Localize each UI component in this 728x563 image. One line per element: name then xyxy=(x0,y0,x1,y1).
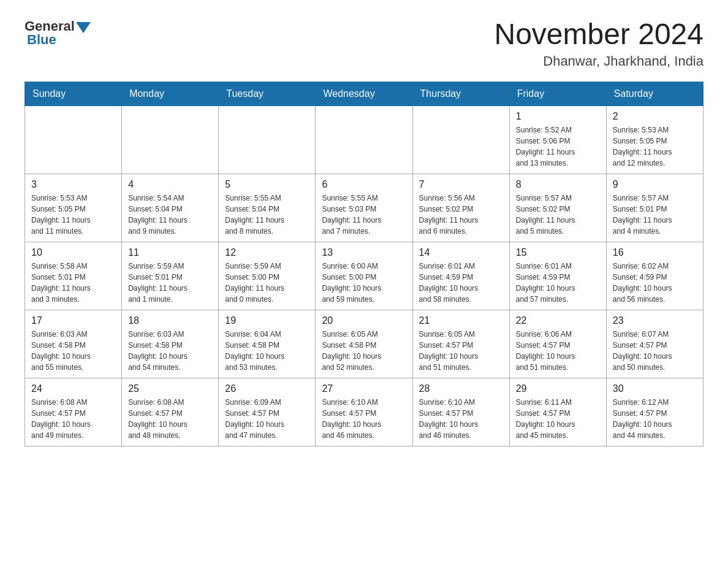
calendar-week-row: 1Sunrise: 5:52 AM Sunset: 5:06 PM Daylig… xyxy=(25,105,703,174)
calendar-week-row: 17Sunrise: 6:03 AM Sunset: 4:58 PM Dayli… xyxy=(25,310,703,378)
day-number: 8 xyxy=(516,179,600,190)
day-info: Sunrise: 6:03 AM Sunset: 4:58 PM Dayligh… xyxy=(128,329,212,373)
location-subtitle: Dhanwar, Jharkhand, India xyxy=(494,53,703,69)
day-info: Sunrise: 6:02 AM Sunset: 4:59 PM Dayligh… xyxy=(613,261,697,305)
page-header: General Blue November 2024 Dhanwar, Jhar… xyxy=(25,18,703,69)
calendar-cell: 13Sunrise: 6:00 AM Sunset: 5:00 PM Dayli… xyxy=(316,242,412,310)
logo-arrow-icon xyxy=(76,22,91,33)
day-header-thursday: Thursday xyxy=(412,82,509,105)
day-info: Sunrise: 5:57 AM Sunset: 5:02 PM Dayligh… xyxy=(516,193,600,237)
calendar-cell: 27Sunrise: 6:10 AM Sunset: 4:57 PM Dayli… xyxy=(316,378,412,446)
day-info: Sunrise: 5:53 AM Sunset: 5:05 PM Dayligh… xyxy=(31,193,115,237)
calendar-cell xyxy=(412,105,509,174)
day-info: Sunrise: 5:55 AM Sunset: 5:03 PM Dayligh… xyxy=(322,193,406,237)
logo: General Blue xyxy=(25,18,92,48)
day-info: Sunrise: 5:59 AM Sunset: 5:01 PM Dayligh… xyxy=(128,261,212,305)
day-number: 28 xyxy=(419,383,503,394)
day-info: Sunrise: 6:06 AM Sunset: 4:57 PM Dayligh… xyxy=(516,329,600,373)
day-info: Sunrise: 6:07 AM Sunset: 4:57 PM Dayligh… xyxy=(613,329,697,373)
calendar-cell: 5Sunrise: 5:55 AM Sunset: 5:04 PM Daylig… xyxy=(219,174,316,242)
day-number: 15 xyxy=(516,247,600,258)
day-number: 20 xyxy=(322,315,406,326)
day-info: Sunrise: 6:08 AM Sunset: 4:57 PM Dayligh… xyxy=(128,397,212,441)
day-number: 13 xyxy=(322,247,406,258)
calendar-cell: 21Sunrise: 6:05 AM Sunset: 4:57 PM Dayli… xyxy=(412,310,509,378)
day-number: 12 xyxy=(225,247,309,258)
calendar-cell: 16Sunrise: 6:02 AM Sunset: 4:59 PM Dayli… xyxy=(606,242,703,310)
day-number: 11 xyxy=(128,247,212,258)
day-header-saturday: Saturday xyxy=(606,82,703,105)
day-header-friday: Friday xyxy=(509,82,606,105)
day-info: Sunrise: 6:03 AM Sunset: 4:58 PM Dayligh… xyxy=(31,329,115,373)
day-number: 2 xyxy=(613,111,697,122)
calendar-cell: 3Sunrise: 5:53 AM Sunset: 5:05 PM Daylig… xyxy=(25,174,122,242)
day-number: 19 xyxy=(225,315,309,326)
day-number: 25 xyxy=(128,383,212,394)
day-info: Sunrise: 6:09 AM Sunset: 4:57 PM Dayligh… xyxy=(225,397,309,441)
day-number: 10 xyxy=(31,247,115,258)
calendar-cell: 8Sunrise: 5:57 AM Sunset: 5:02 PM Daylig… xyxy=(509,174,606,242)
calendar-cell: 25Sunrise: 6:08 AM Sunset: 4:57 PM Dayli… xyxy=(122,378,219,446)
calendar-cell: 4Sunrise: 5:54 AM Sunset: 5:04 PM Daylig… xyxy=(122,174,219,242)
day-info: Sunrise: 6:01 AM Sunset: 4:59 PM Dayligh… xyxy=(419,261,503,305)
calendar-cell: 20Sunrise: 6:05 AM Sunset: 4:58 PM Dayli… xyxy=(316,310,412,378)
day-number: 17 xyxy=(31,315,115,326)
calendar-cell: 9Sunrise: 5:57 AM Sunset: 5:01 PM Daylig… xyxy=(606,174,703,242)
day-info: Sunrise: 5:59 AM Sunset: 5:00 PM Dayligh… xyxy=(225,261,309,305)
calendar-cell: 26Sunrise: 6:09 AM Sunset: 4:57 PM Dayli… xyxy=(219,378,316,446)
day-number: 14 xyxy=(419,247,503,258)
day-info: Sunrise: 6:10 AM Sunset: 4:57 PM Dayligh… xyxy=(322,397,406,441)
calendar-week-row: 10Sunrise: 5:58 AM Sunset: 5:01 PM Dayli… xyxy=(25,242,703,310)
day-number: 5 xyxy=(225,179,309,190)
calendar-cell: 24Sunrise: 6:08 AM Sunset: 4:57 PM Dayli… xyxy=(25,378,122,446)
day-number: 4 xyxy=(128,179,212,190)
day-info: Sunrise: 6:08 AM Sunset: 4:57 PM Dayligh… xyxy=(31,397,115,441)
day-number: 6 xyxy=(322,179,406,190)
day-number: 7 xyxy=(419,179,503,190)
calendar-table: SundayMondayTuesdayWednesdayThursdayFrid… xyxy=(25,82,703,446)
day-info: Sunrise: 6:04 AM Sunset: 4:58 PM Dayligh… xyxy=(225,329,309,373)
calendar-cell: 19Sunrise: 6:04 AM Sunset: 4:58 PM Dayli… xyxy=(219,310,316,378)
calendar-cell xyxy=(122,105,219,174)
title-area: November 2024 Dhanwar, Jharkhand, India xyxy=(494,18,703,69)
day-header-tuesday: Tuesday xyxy=(219,82,316,105)
day-number: 26 xyxy=(225,383,309,394)
day-number: 1 xyxy=(516,111,600,122)
calendar-header-row: SundayMondayTuesdayWednesdayThursdayFrid… xyxy=(25,82,703,105)
day-number: 18 xyxy=(128,315,212,326)
calendar-cell: 14Sunrise: 6:01 AM Sunset: 4:59 PM Dayli… xyxy=(412,242,509,310)
day-info: Sunrise: 5:56 AM Sunset: 5:02 PM Dayligh… xyxy=(419,193,503,237)
calendar-cell: 22Sunrise: 6:06 AM Sunset: 4:57 PM Dayli… xyxy=(509,310,606,378)
calendar-cell: 12Sunrise: 5:59 AM Sunset: 5:00 PM Dayli… xyxy=(219,242,316,310)
day-info: Sunrise: 6:05 AM Sunset: 4:58 PM Dayligh… xyxy=(322,329,406,373)
day-number: 22 xyxy=(516,315,600,326)
calendar-cell: 2Sunrise: 5:53 AM Sunset: 5:05 PM Daylig… xyxy=(606,105,703,174)
day-number: 16 xyxy=(613,247,697,258)
calendar-cell: 7Sunrise: 5:56 AM Sunset: 5:02 PM Daylig… xyxy=(412,174,509,242)
day-header-wednesday: Wednesday xyxy=(316,82,412,105)
calendar-cell: 17Sunrise: 6:03 AM Sunset: 4:58 PM Dayli… xyxy=(25,310,122,378)
day-number: 3 xyxy=(31,179,115,190)
day-info: Sunrise: 6:10 AM Sunset: 4:57 PM Dayligh… xyxy=(419,397,503,441)
day-number: 30 xyxy=(613,383,697,394)
calendar-cell: 30Sunrise: 6:12 AM Sunset: 4:57 PM Dayli… xyxy=(606,378,703,446)
calendar-cell xyxy=(316,105,412,174)
calendar-cell: 29Sunrise: 6:11 AM Sunset: 4:57 PM Dayli… xyxy=(509,378,606,446)
day-number: 24 xyxy=(31,383,115,394)
day-number: 29 xyxy=(516,383,600,394)
day-info: Sunrise: 6:11 AM Sunset: 4:57 PM Dayligh… xyxy=(516,397,600,441)
calendar-cell: 15Sunrise: 6:01 AM Sunset: 4:59 PM Dayli… xyxy=(509,242,606,310)
day-info: Sunrise: 5:54 AM Sunset: 5:04 PM Dayligh… xyxy=(128,193,212,237)
day-info: Sunrise: 6:00 AM Sunset: 5:00 PM Dayligh… xyxy=(322,261,406,305)
day-number: 23 xyxy=(613,315,697,326)
calendar-cell: 11Sunrise: 5:59 AM Sunset: 5:01 PM Dayli… xyxy=(122,242,219,310)
calendar-week-row: 24Sunrise: 6:08 AM Sunset: 4:57 PM Dayli… xyxy=(25,378,703,446)
day-info: Sunrise: 6:05 AM Sunset: 4:57 PM Dayligh… xyxy=(419,329,503,373)
month-year-title: November 2024 xyxy=(494,18,703,51)
calendar-cell: 18Sunrise: 6:03 AM Sunset: 4:58 PM Dayli… xyxy=(122,310,219,378)
calendar-cell xyxy=(219,105,316,174)
day-info: Sunrise: 5:57 AM Sunset: 5:01 PM Dayligh… xyxy=(613,193,697,237)
calendar-cell: 6Sunrise: 5:55 AM Sunset: 5:03 PM Daylig… xyxy=(316,174,412,242)
day-number: 27 xyxy=(322,383,406,394)
calendar-week-row: 3Sunrise: 5:53 AM Sunset: 5:05 PM Daylig… xyxy=(25,174,703,242)
